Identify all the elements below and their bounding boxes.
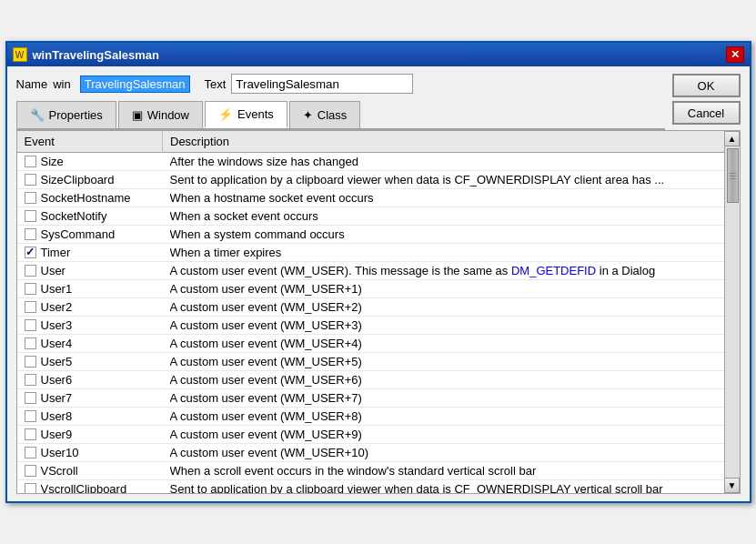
table-row[interactable]: User5A custom user event (WM_USER+5): [17, 353, 724, 371]
close-button[interactable]: ✕: [726, 46, 744, 63]
grip-line-3: [730, 178, 736, 179]
event-checkbox[interactable]: [25, 319, 36, 331]
event-description: A custom user event (WM_USER+3): [163, 317, 724, 335]
tab-bar: 🔧 Properties ▣ Window ⚡ Events ✦ Class: [16, 101, 665, 130]
tab-events[interactable]: ⚡ Events: [205, 101, 287, 128]
event-checkbox[interactable]: [25, 447, 36, 458]
table-row[interactable]: SizeAfter the windows size has changed: [17, 153, 724, 171]
event-description: When a scroll event occurs in the window…: [163, 462, 724, 480]
event-name: User9: [41, 428, 73, 441]
tab-class[interactable]: ✦ Class: [289, 101, 361, 128]
scrollbar-track-area[interactable]: [725, 146, 740, 478]
table-row[interactable]: User7A custom user event (WM_USER+7): [17, 389, 724, 408]
event-checkbox[interactable]: [25, 337, 36, 349]
window-icon: W: [13, 47, 27, 62]
table-body: SizeAfter the windows size has changedSi…: [17, 153, 724, 494]
event-checkbox[interactable]: [25, 156, 36, 167]
top-section: Name win TravelingSalesman Text 🔧 Proper…: [16, 74, 741, 130]
table-row[interactable]: User2A custom user event (WM_USER+2): [17, 298, 724, 317]
table-row[interactable]: SocketHostnameWhen a hostname socket eve…: [17, 189, 724, 207]
name-value: TravelingSalesman: [80, 76, 190, 93]
text-input[interactable]: [231, 74, 413, 94]
table-row[interactable]: User10A custom user event (WM_USER+10): [17, 444, 724, 462]
main-window: W winTravelingSalesman ✕ Name win Travel…: [5, 41, 751, 503]
event-name: Size: [41, 155, 64, 168]
event-checkbox[interactable]: [25, 428, 36, 440]
event-name: SysCommand: [41, 227, 116, 241]
event-name: User5: [41, 355, 73, 368]
event-description: A custom user event (WM_USER). This mess…: [163, 262, 724, 280]
table-row[interactable]: TimerWhen a timer expires: [17, 244, 724, 262]
event-checkbox[interactable]: [25, 392, 36, 404]
event-description: A custom user event (WM_USER+5): [163, 353, 724, 371]
event-description: A custom user event (WM_USER+1): [163, 280, 724, 298]
event-name: User3: [41, 318, 73, 332]
event-name: User8: [41, 409, 73, 423]
name-label: Name: [16, 77, 48, 91]
table-row[interactable]: VScrollWhen a scroll event occurs in the…: [17, 462, 724, 480]
event-checkbox[interactable]: [25, 283, 36, 295]
tab-events-label: Events: [237, 107, 274, 121]
title-bar: W winTravelingSalesman ✕: [7, 43, 750, 66]
tab-properties[interactable]: 🔧 Properties: [16, 101, 116, 128]
event-name: SocketHostname: [41, 191, 131, 205]
event-checkbox[interactable]: [25, 265, 36, 277]
events-icon: ⚡: [218, 107, 233, 121]
event-checkbox[interactable]: [25, 301, 36, 313]
events-table: Event Description SizeAfter the windows …: [16, 130, 741, 494]
event-description: When a timer expires: [163, 244, 724, 262]
window-icon-tab: ▣: [132, 108, 143, 122]
event-description: When a socket event occurs: [163, 207, 724, 226]
cancel-button[interactable]: Cancel: [672, 101, 741, 125]
table-row[interactable]: User9A custom user event (WM_USER+9): [17, 426, 724, 444]
event-name: User6: [41, 373, 73, 387]
name-prefix: win: [53, 77, 71, 91]
event-name: SizeClipboard: [41, 173, 115, 186]
window-title: winTravelingSalesman: [33, 48, 159, 62]
event-checkbox[interactable]: [25, 356, 36, 368]
event-name: User1: [41, 282, 73, 296]
event-checkbox[interactable]: [25, 410, 36, 422]
table-row[interactable]: UserA custom user event (WM_USER). This …: [17, 262, 724, 280]
table-row[interactable]: User6A custom user event (WM_USER+6): [17, 371, 724, 389]
event-description: A custom user event (WM_USER+7): [163, 389, 724, 408]
event-checkbox[interactable]: [25, 374, 36, 386]
title-bar-left: W winTravelingSalesman: [13, 47, 159, 62]
scroll-down-button[interactable]: ▼: [724, 478, 740, 493]
event-name: User2: [41, 300, 73, 314]
table-scroll-area[interactable]: Event Description SizeAfter the windows …: [17, 131, 724, 493]
tab-window[interactable]: ▣ Window: [118, 101, 203, 128]
event-checkbox[interactable]: [25, 483, 36, 493]
event-checkbox[interactable]: [25, 247, 36, 258]
event-checkbox[interactable]: [25, 210, 36, 222]
scroll-up-button[interactable]: ▲: [724, 131, 740, 146]
table-row[interactable]: SocketNotifyWhen a socket event occurs: [17, 207, 724, 226]
event-checkbox[interactable]: [25, 465, 36, 477]
event-name: SocketNotify: [41, 209, 107, 223]
grip-line-1: [730, 173, 736, 174]
table-header: Event Description: [17, 131, 724, 153]
event-name: User7: [41, 391, 73, 405]
event-checkbox[interactable]: [25, 174, 36, 186]
text-label: Text: [205, 77, 227, 91]
table-row[interactable]: User3A custom user event (WM_USER+3): [17, 317, 724, 335]
table-row[interactable]: SysCommandWhen a system command occurs: [17, 226, 724, 244]
event-name: User4: [41, 337, 73, 350]
ok-button[interactable]: OK: [672, 74, 741, 97]
event-checkbox[interactable]: [25, 228, 36, 240]
tab-properties-label: Properties: [49, 108, 103, 122]
table-row[interactable]: VscrollClipboardSent to application by a…: [17, 480, 724, 494]
event-checkbox[interactable]: [25, 192, 36, 204]
table-row[interactable]: User1A custom user event (WM_USER+1): [17, 280, 724, 298]
scrollbar-thumb[interactable]: [727, 148, 739, 203]
grip-line-2: [730, 176, 736, 176]
scrollbar-grip: [730, 173, 736, 179]
events-list: Event Description SizeAfter the windows …: [17, 131, 724, 493]
table-row[interactable]: User8A custom user event (WM_USER+8): [17, 408, 724, 426]
vertical-scrollbar[interactable]: ▲ ▼: [724, 131, 740, 493]
table-row[interactable]: User4A custom user event (WM_USER+4): [17, 335, 724, 353]
event-description: When a hostname socket event occurs: [163, 189, 724, 207]
table-row[interactable]: SizeClipboardSent to application by a cl…: [17, 171, 724, 189]
event-description: A custom user event (WM_USER+2): [163, 298, 724, 317]
event-name: VScroll: [41, 464, 78, 478]
